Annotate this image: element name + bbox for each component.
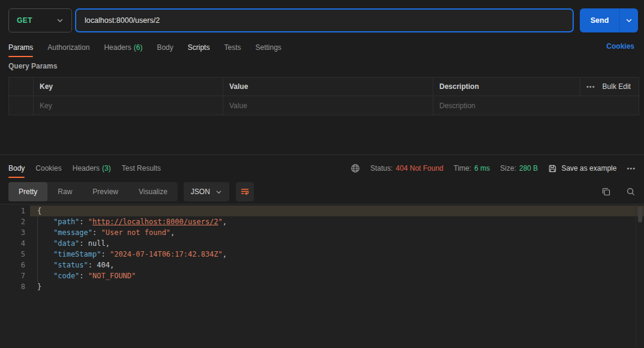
tab-count-badge: (6) (134, 43, 143, 52)
view-mode-raw[interactable]: Raw (47, 182, 82, 201)
line-number: 1 (0, 206, 25, 216)
format-dropdown-value: JSON (191, 188, 210, 196)
send-button[interactable]: Send (580, 8, 638, 32)
tab-body[interactable]: Body (157, 43, 173, 52)
cookies-link[interactable]: Cookies (606, 42, 634, 50)
line-number: 3 (0, 227, 25, 238)
time-label: Time: (454, 164, 472, 172)
response-meta-bar: Status: 404 Not Found Time: 6 ms Size: 2… (351, 161, 636, 176)
code-token: "NOT_FOUND" (88, 272, 136, 280)
response-tab-headers[interactable]: Headers(3) (73, 164, 111, 172)
param-checkbox-header-cell (9, 78, 34, 96)
code-token: , (110, 261, 114, 269)
description-column-header: Description (433, 78, 580, 96)
code-token: " (218, 218, 223, 226)
tab-tests[interactable]: Tests (224, 43, 241, 52)
copy-icon[interactable] (601, 187, 611, 197)
wrap-text-button[interactable] (236, 182, 254, 201)
save-as-example-button[interactable]: Save as example (548, 164, 616, 173)
code-line: 3"message": "User not found", (0, 227, 644, 238)
param-value-input[interactable] (229, 102, 427, 110)
code-token: , (223, 250, 227, 258)
response-section-divider (0, 154, 644, 155)
response-tab-body[interactable]: Body (8, 164, 25, 172)
code-token: : (101, 250, 109, 258)
response-tab-test-results[interactable]: Test Results (122, 164, 161, 172)
request-tabs: Params Authorization Headers(6) Body Scr… (8, 40, 281, 55)
json-code-block: 1{2"path": "http://localhost:8000/users/… (0, 206, 644, 292)
tab-authorization[interactable]: Authorization (47, 43, 89, 52)
api-client-window: GET Send Params Authorization Headers(6)… (0, 0, 644, 348)
query-params-header-row: Key Value Description ••• Bulk Edit (9, 78, 639, 96)
code-token: , (106, 239, 110, 248)
tab-count-badge: (3) (102, 164, 111, 172)
request-bar: GET Send (8, 8, 638, 32)
line-number: 8 (0, 281, 25, 292)
code-token: "message" (53, 228, 92, 237)
wrap-text-icon (240, 187, 250, 197)
column-label: Key (40, 82, 53, 91)
view-mode-preview[interactable]: Preview (82, 182, 128, 201)
tab-headers[interactable]: Headers(6) (104, 43, 142, 52)
tab-label: Params (8, 43, 33, 52)
response-body-toolbar: Pretty Raw Preview Visualize JSON (8, 182, 636, 201)
code-token: "code" (53, 272, 79, 280)
view-mode-switcher: Pretty Raw Preview Visualize (8, 182, 178, 201)
param-checkbox-cell[interactable] (9, 96, 34, 115)
param-description-input[interactable] (439, 102, 633, 110)
time-value: 6 ms (474, 164, 490, 172)
url-input[interactable] (76, 10, 573, 31)
tab-label: Tests (224, 43, 241, 52)
tab-label: Body (8, 164, 25, 172)
view-mode-visualize[interactable]: Visualize (128, 182, 178, 201)
param-key-input[interactable] (40, 102, 217, 110)
bulk-edit-button[interactable]: Bulk Edit (603, 82, 631, 91)
size-value: 280 B (519, 164, 538, 172)
query-params-empty-row (9, 96, 639, 115)
size-indicator: Size: 280 B (500, 164, 538, 172)
code-token: , (223, 218, 227, 226)
column-label: Description (439, 82, 479, 91)
response-body-actions (601, 187, 636, 197)
key-column-header: Key (34, 78, 223, 96)
code-token: { (37, 207, 41, 215)
code-line: 7"code": "NOT_FOUND" (0, 270, 644, 281)
value-cell (223, 96, 433, 115)
search-icon[interactable] (626, 187, 636, 197)
code-token: "User not found" (101, 228, 170, 237)
tab-params[interactable]: Params (8, 43, 33, 52)
method-selector[interactable]: GET (8, 8, 72, 32)
code-token: "status" (53, 261, 88, 269)
indent-guide (37, 217, 38, 282)
code-token: : (92, 228, 101, 237)
scrollbar-thumb[interactable] (638, 207, 642, 222)
response-url-link[interactable]: http://localhost:8000/users/2 (92, 218, 218, 226)
query-params-table: Key Value Description ••• Bulk Edit (8, 77, 639, 115)
globe-icon[interactable] (351, 163, 360, 173)
code-line: 1{ (0, 206, 644, 216)
line-number: 4 (0, 238, 25, 249)
key-cell (34, 96, 223, 115)
code-token: null (88, 239, 106, 248)
scrollbar-track-divider (636, 204, 636, 348)
tab-label: Headers (73, 164, 100, 172)
size-label: Size: (500, 164, 516, 172)
view-mode-pretty[interactable]: Pretty (8, 182, 47, 201)
line-number: 7 (0, 270, 25, 281)
send-options-chevron-icon[interactable] (620, 17, 638, 24)
response-more-options-icon[interactable]: ••• (627, 165, 636, 172)
code-token: : (88, 261, 97, 269)
code-token: : (79, 218, 88, 226)
code-token: : (79, 239, 88, 248)
tab-label: Body (157, 43, 173, 52)
tab-settings[interactable]: Settings (255, 43, 281, 52)
method-label: GET (17, 16, 32, 25)
response-body-editor[interactable]: 1{2"path": "http://localhost:8000/users/… (0, 204, 644, 348)
tab-scripts[interactable]: Scripts (188, 43, 210, 52)
response-tab-cookies[interactable]: Cookies (35, 164, 61, 172)
more-actions-icon[interactable]: ••• (586, 83, 595, 90)
code-token: "data" (53, 239, 79, 248)
format-dropdown[interactable]: JSON (184, 182, 229, 201)
save-as-example-label: Save as example (561, 164, 616, 172)
code-token: : (79, 272, 88, 280)
